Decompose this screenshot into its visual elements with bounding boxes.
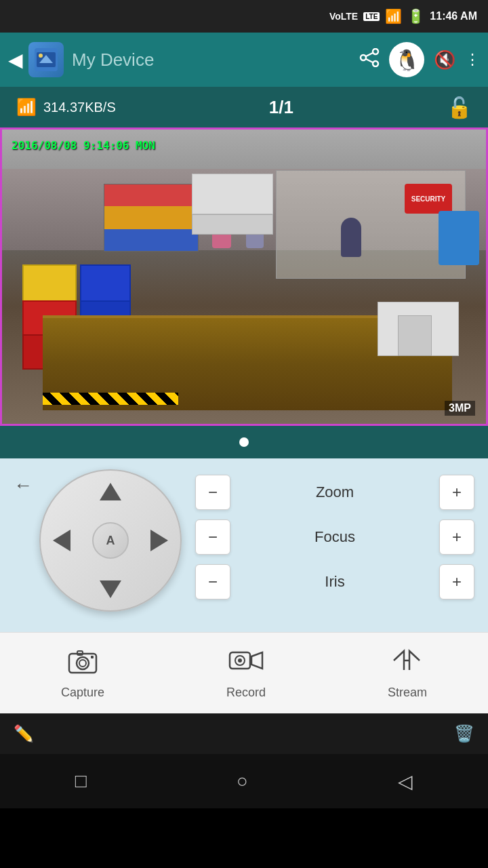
signal-icon: 📶 <box>385 8 402 24</box>
stream-icon <box>390 647 424 680</box>
focus-minus-button[interactable]: − <box>195 519 230 555</box>
zoom-row: − Zoom + <box>195 475 474 510</box>
nav-back-button[interactable]: ◁ <box>398 770 413 793</box>
bottom-toolbar: Capture Record Stream <box>0 632 488 713</box>
zoom-plus-button[interactable]: + <box>439 475 474 510</box>
shelf-area <box>104 184 199 252</box>
camera-feed: SECURITY 2016/08/08 9:14:06 MON 3MP <box>0 127 488 426</box>
dot-indicator <box>0 426 488 458</box>
iris-row: − Iris + <box>195 564 474 599</box>
camera-adjustments: − Zoom + − Focus + − Iris + <box>195 475 474 599</box>
zoom-label: Zoom <box>237 484 432 501</box>
arrow-up-icon <box>100 483 121 500</box>
ptz-joystick: A <box>39 469 182 612</box>
app-header: ◀ My Device 🐧 🔇 ⋮ <box>0 33 488 87</box>
focus-label: Focus <box>237 528 432 546</box>
nav-home-button[interactable]: ○ <box>237 770 248 792</box>
svg-line-7 <box>366 53 373 56</box>
info-bar: 📶 314.37KB/S 1/1 🔓 <box>0 87 488 127</box>
white-stacked-2 <box>192 214 273 235</box>
header-title: My Device <box>72 50 154 71</box>
svg-point-11 <box>79 660 86 667</box>
battery-icon: 🔋 <box>407 8 424 24</box>
app-logo <box>28 42 64 77</box>
svg-point-16 <box>238 658 242 663</box>
ptz-circle: A <box>39 469 182 612</box>
stream-label: Stream <box>388 686 427 700</box>
nav-recents-button[interactable]: □ <box>75 770 87 792</box>
person-3 <box>341 218 361 257</box>
record-label: Record <box>226 686 266 700</box>
arrow-left-icon <box>53 530 70 551</box>
svg-line-8 <box>366 59 373 62</box>
ptz-left-button[interactable] <box>47 526 76 555</box>
ptz-right-button[interactable] <box>145 526 174 555</box>
capture-icon <box>68 647 98 680</box>
camera-timestamp: 2016/08/08 9:14:06 MON <box>12 139 155 152</box>
capture-button[interactable]: Capture <box>61 647 104 700</box>
svg-point-3 <box>39 54 43 58</box>
delete-icon[interactable]: 🗑️ <box>454 724 474 743</box>
page-indicator: 1/1 <box>269 97 293 118</box>
wifi-icon: 📶 <box>16 98 37 117</box>
record-icon <box>228 647 264 680</box>
svg-point-4 <box>373 49 378 54</box>
lte-badge: LTE <box>363 12 380 21</box>
stream-button[interactable]: Stream <box>388 647 427 700</box>
page-dot-active <box>239 437 249 447</box>
boxes-right-2 <box>398 315 432 356</box>
zoom-minus-button[interactable]: − <box>195 475 230 510</box>
qq-icon[interactable]: 🐧 <box>389 42 424 77</box>
ptz-auto-button[interactable]: A <box>92 522 129 559</box>
menu-icon[interactable]: ⋮ <box>465 51 480 68</box>
hazard-stripe <box>43 393 178 405</box>
controls-back-button[interactable]: ← <box>14 475 33 496</box>
focus-plus-button[interactable]: + <box>439 519 474 555</box>
security-sign: SECURITY <box>405 184 452 214</box>
wifi-speed-group: 📶 314.37KB/S <box>16 98 116 117</box>
arrow-down-icon <box>100 580 121 598</box>
camera-resolution-label: 3MP <box>445 401 475 416</box>
svg-marker-17 <box>251 652 262 669</box>
volte-label: VoLTE <box>329 11 358 22</box>
ptz-up-button[interactable] <box>96 477 125 506</box>
arrow-right-icon <box>150 530 168 551</box>
status-time: 11:46 AM <box>430 10 477 22</box>
blue-bin <box>439 211 479 265</box>
share-icon[interactable] <box>359 48 380 72</box>
focus-row: − Focus + <box>195 519 474 555</box>
svg-point-10 <box>77 657 89 669</box>
android-nav-bar: □ ○ ◁ <box>0 754 488 808</box>
extra-bottom-bar: ✏️ 🗑️ <box>0 713 488 754</box>
status-bar: VoLTE LTE 📶 🔋 11:46 AM <box>0 0 488 33</box>
crate-yellow <box>22 264 77 302</box>
back-button[interactable]: ◀ <box>8 49 23 71</box>
iris-plus-button[interactable]: + <box>439 564 474 599</box>
svg-rect-13 <box>91 656 94 658</box>
speed-label: 314.37KB/S <box>43 100 116 115</box>
edit-icon[interactable]: ✏️ <box>14 724 34 743</box>
crate-blue-1 <box>80 264 131 302</box>
white-stacked <box>192 174 273 214</box>
svg-point-5 <box>361 55 366 60</box>
record-button[interactable]: Record <box>226 647 266 700</box>
controls-panel: ← A <box>0 458 488 632</box>
ptz-down-button[interactable] <box>96 575 125 604</box>
mute-icon[interactable]: 🔇 <box>434 50 455 71</box>
capture-label: Capture <box>61 686 104 700</box>
lock-icon: 🔓 <box>447 96 472 119</box>
svg-point-6 <box>373 61 378 66</box>
iris-minus-button[interactable]: − <box>195 564 230 599</box>
iris-label: Iris <box>237 573 432 591</box>
